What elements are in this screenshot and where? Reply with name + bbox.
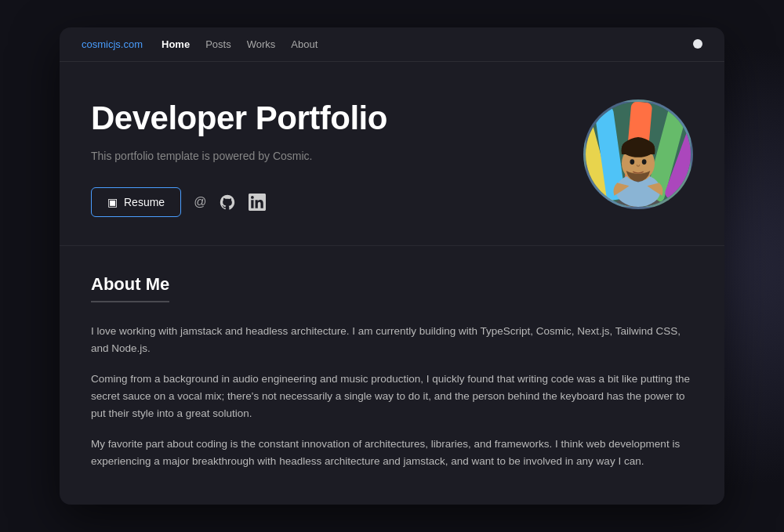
avatar bbox=[583, 100, 693, 209]
document-icon: ▣ bbox=[107, 196, 118, 208]
hero-content: Developer Portfolio This portfolio templ… bbox=[91, 100, 552, 217]
about-paragraphs: I love working with jamstack and headles… bbox=[91, 323, 693, 470]
github-icon[interactable] bbox=[219, 194, 236, 211]
about-section: About Me I love working with jamstack an… bbox=[60, 246, 724, 505]
nav-link-about[interactable]: About bbox=[291, 38, 318, 50]
nav-brand[interactable]: cosmicjs.com bbox=[82, 38, 143, 50]
about-paragraph-2: Coming from a background in audio engine… bbox=[91, 371, 693, 423]
svg-point-11 bbox=[630, 159, 634, 165]
about-paragraph-1: I love working with jamstack and headles… bbox=[91, 323, 693, 358]
nav-links: Home Posts Works About bbox=[162, 38, 677, 50]
about-paragraph-3: My favorite part about coding is the con… bbox=[91, 436, 693, 471]
hero-section: Developer Portfolio This portfolio templ… bbox=[60, 62, 724, 246]
hero-actions: ▣ Resume @ bbox=[91, 187, 552, 217]
email-icon[interactable]: @ bbox=[194, 195, 206, 209]
navigation: cosmicjs.com Home Posts Works About bbox=[60, 27, 724, 62]
nav-link-works[interactable]: Works bbox=[247, 38, 276, 50]
theme-toggle[interactable] bbox=[693, 39, 702, 49]
hero-title: Developer Portfolio bbox=[91, 100, 552, 137]
nav-link-posts[interactable]: Posts bbox=[205, 38, 231, 50]
portfolio-window: cosmicjs.com Home Posts Works About Deve… bbox=[60, 27, 724, 505]
resume-label: Resume bbox=[124, 196, 165, 208]
resume-button[interactable]: ▣ Resume bbox=[91, 187, 181, 217]
linkedin-icon[interactable] bbox=[249, 194, 266, 211]
nav-link-home[interactable]: Home bbox=[162, 38, 190, 50]
about-title: About Me bbox=[91, 274, 169, 302]
svg-point-12 bbox=[642, 159, 647, 165]
avatar-image bbox=[586, 102, 691, 207]
hero-subtitle: This portfolio template is powered by Co… bbox=[91, 150, 552, 162]
